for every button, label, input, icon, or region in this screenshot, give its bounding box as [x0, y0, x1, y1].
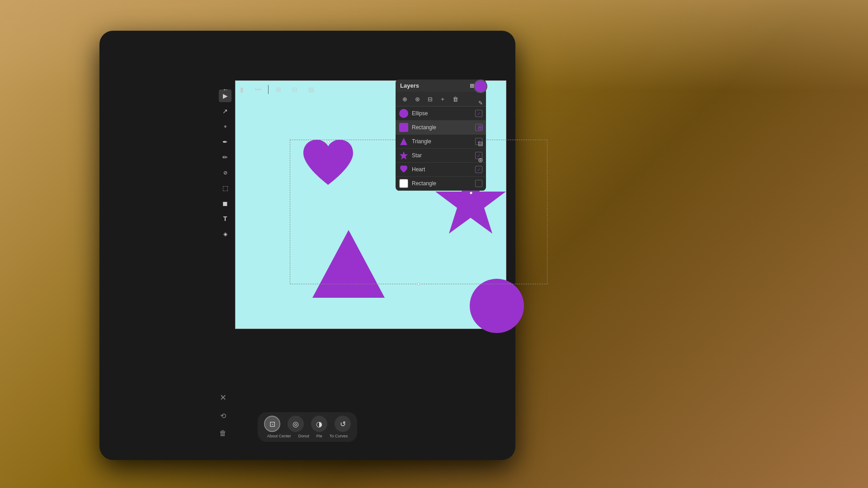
about-center-label: About Center: [267, 434, 291, 438]
view-icon[interactable]: ⊞: [272, 83, 285, 96]
undo-button[interactable]: ⟲: [220, 412, 226, 420]
subselect-tool[interactable]: ↗: [219, 105, 231, 117]
text-tool[interactable]: T: [219, 212, 231, 225]
more-button[interactable]: •••: [252, 83, 264, 96]
layer-mask-btn[interactable]: ⊟: [425, 94, 435, 104]
layer-thumb-rectangle: [399, 123, 408, 132]
pie-btn[interactable]: ◑: [311, 416, 327, 432]
grid-icon[interactable]: ⊟: [288, 83, 301, 96]
right-panel: ✎ ⊞ ⊟ ⊛: [474, 80, 487, 166]
shape-heart[interactable]: [299, 140, 358, 196]
to-curves-label: To Curves: [330, 434, 348, 438]
eyedropper-tool[interactable]: ◈: [219, 228, 231, 240]
pie-label: Pie: [316, 434, 322, 438]
close-button[interactable]: ✕: [220, 393, 226, 403]
donut-icon: ◎: [288, 416, 304, 432]
layer-thumb-heart: [399, 165, 408, 174]
star-handle[interactable]: [470, 192, 472, 194]
svg-marker-3: [400, 151, 408, 160]
layers-icon[interactable]: ▤: [305, 83, 317, 96]
shape-triangle[interactable]: [310, 225, 387, 304]
layer-item-rectangle[interactable]: Rectangle ✓: [396, 121, 486, 135]
layer-item-rectangle2[interactable]: Rectangle: [396, 177, 486, 191]
layer-thumb-triangle: [399, 137, 408, 146]
bottom-toolbar: ⊡ ◎ ◑ ↺ About Center Donut Pie To Curves: [258, 412, 357, 442]
layer-name-rectangle: Rectangle: [412, 124, 472, 131]
layer-name-rectangle2: Rectangle: [412, 180, 472, 187]
svg-marker-1: [312, 230, 385, 298]
layer-thumb-rectangle2: [399, 179, 408, 188]
to-curves-icon: ↺: [335, 416, 351, 432]
color-picker[interactable]: [474, 80, 487, 93]
shape-circle[interactable]: [470, 279, 524, 333]
layer-check-rectangle2[interactable]: [475, 180, 482, 187]
layers-panel: Layers ⊞ ✎ ⊕ ⊛ ⊟ + 🗑 Ellipse ✓ Rectangle…: [396, 80, 486, 191]
layer-add2-btn[interactable]: +: [437, 94, 448, 104]
layer-item-star[interactable]: Star ✓: [396, 149, 486, 163]
layer-item-heart[interactable]: Heart ✓: [396, 163, 486, 177]
about-center-btn[interactable]: ⊡: [264, 416, 280, 432]
layer-name-heart: Heart: [412, 166, 472, 173]
layers-toolbar: ⊕ ⊛ ⊟ + 🗑: [396, 92, 486, 107]
tablet-frame: ← ▮ ••• ⊞ ⊟ ▤ ▶ ↗ ⌖ ✒ ✏ ⊘ ⬚ ◼ T ◈ ✕ ⟲ 🗑 …: [99, 31, 515, 460]
pen-tool[interactable]: ✒: [219, 136, 231, 148]
pointer-tool[interactable]: ▶: [219, 89, 231, 102]
separator: [268, 85, 269, 94]
shape-tool[interactable]: ◼: [219, 197, 231, 210]
heart-handle[interactable]: [327, 141, 330, 143]
layer-name-ellipse: Ellipse: [412, 110, 472, 117]
layers-header: Layers ⊞ ✎: [396, 80, 486, 92]
lasso-tool[interactable]: ⌖: [219, 120, 231, 133]
canvas-bottom-controls: ✕ ⟲ 🗑: [219, 393, 226, 437]
left-toolbar: ▶ ↗ ⌖ ✒ ✏ ⊘ ⬚ ◼ T ◈: [217, 89, 233, 240]
svg-marker-2: [400, 138, 407, 145]
layer-check-heart[interactable]: ✓: [475, 166, 482, 173]
effects-icon[interactable]: ⊛: [474, 154, 487, 166]
to-curves-btn[interactable]: ↺: [335, 416, 351, 432]
layers-title: Layers: [400, 82, 419, 89]
outline-icon[interactable]: ✎: [474, 97, 487, 109]
layer-name-star: Star: [412, 152, 472, 159]
layer-type-btn[interactable]: ⊛: [412, 94, 423, 104]
save-button[interactable]: ▮: [236, 83, 248, 96]
about-center-icon: ⊡: [264, 416, 280, 432]
eraser-tool[interactable]: ⬚: [219, 182, 231, 194]
layer-item-triangle[interactable]: Triangle ✓: [396, 135, 486, 149]
grid-panel-icon[interactable]: ⊟: [474, 137, 487, 150]
layer-name-triangle: Triangle: [412, 138, 472, 145]
brush-tool[interactable]: ⊘: [219, 166, 231, 179]
bottom-tool-labels: About Center Donut Pie To Curves: [267, 434, 348, 438]
layer-delete-btn[interactable]: 🗑: [450, 94, 461, 104]
donut-btn[interactable]: ◎: [288, 416, 304, 432]
layer-thumb-star: [399, 151, 408, 160]
donut-label: Donut: [298, 434, 309, 438]
pie-icon: ◑: [311, 416, 327, 432]
selection-bottom-handle[interactable]: [417, 282, 420, 285]
layer-item-ellipse[interactable]: Ellipse ✓: [396, 107, 486, 121]
add-layer-btn[interactable]: ⊕: [399, 94, 410, 104]
bottom-tool-icons: ⊡ ◎ ◑ ↺: [264, 416, 351, 432]
layers-panel-icon[interactable]: ⊞: [474, 121, 487, 134]
pencil-tool[interactable]: ✏: [219, 151, 231, 164]
layer-thumb-ellipse: [399, 109, 408, 118]
delete-button[interactable]: 🗑: [219, 429, 226, 437]
